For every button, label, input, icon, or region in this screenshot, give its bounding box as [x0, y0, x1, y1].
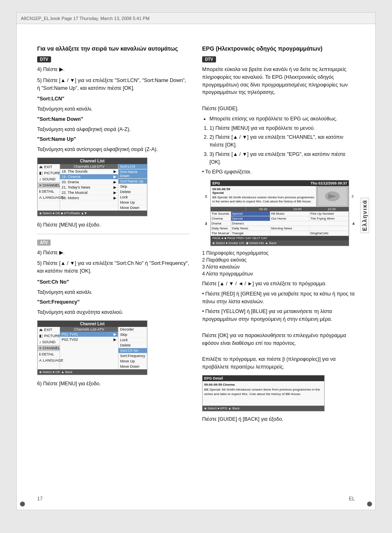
epg-label-4: 4 — [352, 222, 354, 226]
channel-list-dtv-header: Channel List — [38, 158, 147, 164]
channel-list-dtv: Channel List ⏏ EXIT ◧ PICTURE ♪ — [37, 158, 147, 216]
epg-ch-name-1: The Sounds — [211, 211, 231, 216]
picture-icon: ◧ — [39, 171, 43, 175]
bullet1: Μπορείτε επίσης να προβάλλετε το EPG ως … — [209, 115, 355, 123]
sound-icon: ♪ — [39, 177, 41, 181]
atv-opt-sort-chno: Sort:Ch No — [118, 348, 147, 353]
menu-channel: ≡ CHANNEL — [38, 182, 60, 189]
atv-menu-language: A LANGUAGE — [38, 358, 60, 364]
epg-heading: EPG (Ηλεκτρονικός οδηγός προγραμμάτων) — [202, 45, 355, 52]
detail-icon: ℹ — [39, 189, 40, 193]
epg-prog-2-2: Our Home — [270, 216, 310, 221]
epg-label-2: 2 — [352, 194, 354, 198]
atv-left-menu: ⏏ EXIT ◧ PICTURE ♪ SOUND ≡ — [38, 327, 60, 369]
sort-freq-desc: Ταξινόμηση κατά συχνότητα καναλιού. — [37, 309, 190, 316]
epg-appears: • Το EPG εμφανίζεται. — [202, 168, 355, 176]
epg-header-left: EPG — [212, 181, 220, 185]
num-label-4: 4 Λίστα προγραμμάτων — [202, 271, 355, 277]
atv-badge: ATV — [37, 240, 51, 246]
epg-image-svg — [318, 187, 347, 206]
ch-item-4: 21. Today's News▶ — [60, 185, 118, 190]
dtv-right-panel: Sort:LCN Sort:Name Down Sort:Name Up Ski… — [118, 164, 147, 211]
divider-1 — [37, 234, 190, 234]
ch-item-3: 20. Drama▶ — [60, 180, 118, 185]
page-number: 17 — [37, 496, 42, 502]
dtv-sub-header: Channels List-DTV — [60, 164, 118, 169]
atv-opt-decoder: Decoder — [118, 327, 147, 332]
epg-prog-5-3: DingDaCells — [310, 231, 349, 235]
language-icon: A — [39, 195, 42, 200]
sort-freq-title: "Sort:Frequency" — [37, 299, 80, 305]
sort-name-down-desc: Ταξινόμηση κατά αλφαβητική σειρά (A-Z). — [37, 126, 190, 133]
epg-nav-text: PAGE◄ ■ PAGE PREV DAY NEXT DAY — [212, 236, 267, 240]
dtv-badge-right: DTV — [202, 56, 216, 62]
channel-list-atv: Channel List ⏏ EXIT ◧ PICTURE ♪ — [37, 320, 147, 375]
epg-time-slot-1: 09:30 — [246, 207, 281, 211]
atv-ch-item-2: P02.TV02▶ — [60, 337, 118, 342]
opt-sort-name-down: Sort:Name Down — [118, 169, 147, 179]
atv-opt-skip: Skip — [118, 332, 147, 338]
left-heading: Για να αλλάξετε την σειρά των καναλιών α… — [37, 45, 190, 52]
atv-opt-move-down: Move Down — [118, 364, 147, 369]
epg-time-header: 09:30 10:00 10:30 — [211, 207, 349, 211]
epg-detail-bottom-text: ◈ Select ● EPG ▲ Back — [204, 406, 240, 410]
header-bar: A8CN1EP_EL.book Page 17 Thursday, March … — [17, 13, 375, 24]
header-text: A8CN1EP_EL.book Page 17 Thursday, March … — [21, 16, 149, 21]
dtv-left-menu: ⏏ EXIT ◧ PICTURE ♪ SOUND ≡ — [38, 164, 60, 211]
epg-special-info: 09:00-09:59 Special BB Special: Mr.Smith… — [211, 186, 316, 207]
epg-special-time: 09:00-09:59 — [212, 187, 314, 191]
opt-skip: Skip — [118, 184, 147, 189]
atv-language-icon: A — [39, 358, 42, 362]
atv-bottom-text: ◈ Select ● OK ▲ Back — [39, 370, 72, 374]
sort-name-up-title: "Sort:Name Up" — [37, 136, 76, 142]
epg-header-right: Thu 01/12/2005 09:37 — [310, 181, 347, 185]
menu-exit: ⏏ EXIT — [38, 164, 60, 170]
atv-menu-detail: ℹ DETAIL — [38, 351, 60, 358]
epg-row-3: Drama Drama's — [211, 221, 349, 226]
nav-desc: Πιέστε [▲ / ▼ / ◄ / ►] για να επιλέξετε … — [202, 280, 355, 288]
opt-sort-lcn: Sort:LCN — [118, 164, 147, 169]
epg-step3: 3) Πιέστε [▲ / ▼] για να επιλέξετε "EPG"… — [209, 151, 355, 166]
atv-bottom-bar: ◈ Select ● OK ▲ Back — [38, 369, 147, 375]
greek-sidebar-label: Ελληνικά — [360, 198, 369, 233]
epg-detail-header: EPG Detail — [203, 375, 324, 381]
ok-desc: Πιέστε [OK] για να παρακολουθήσετε το επ… — [202, 332, 355, 347]
dtv-step5: 5) Πιέστε [▲ / ▼] για να επιλέξετε "Sort… — [37, 77, 190, 92]
opt-sort-name-up: Sort:Name Up — [118, 179, 147, 184]
opt-move-down: Move Down — [118, 205, 147, 211]
atv-menu-channel: ≡ CHANNEL — [38, 345, 60, 351]
page-lang: EL — [349, 496, 355, 502]
epg-header: EPG Thu 01/12/2005 09:37 — [211, 180, 349, 186]
epg-intro: Μπορείτε εύκολα να βρείτε ένα κανάλι ή ν… — [202, 66, 355, 96]
sort-chno-title: "Sort:Ch No" — [37, 279, 69, 285]
epg-row-2: Cinema Special Our Home The Frying Wren — [211, 216, 349, 221]
page-footer: 17 EL — [17, 496, 375, 502]
epg-prog-4-3 — [310, 226, 349, 231]
opt-delete: Delete — [118, 189, 147, 195]
atv-step4: 4) Πιέστε ▶. — [37, 249, 190, 257]
epg-step2: 2) Πιέστε [▲ / ▼] για να επιλέξετε "CHAN… — [209, 133, 355, 149]
epg-detail-bottom: ◈ Select ● EPG ▲ Back — [203, 406, 324, 411]
dtv-step4: 4) Πιέστε ▶. — [37, 66, 190, 73]
epg-detail-desc: BB Special: Mr.Smith introduces unseen i… — [204, 387, 323, 396]
epg-ch-name-4: Daily News — [211, 226, 231, 231]
menu-picture: ◧ PICTURE — [38, 170, 60, 176]
num-label-1: 1 Πληροφορίες προγράμματος — [202, 250, 355, 256]
dtv-badge-1: DTV — [37, 56, 51, 62]
atv-opt-delete: Delete — [118, 343, 147, 348]
atv-menu-exit: ⏏ EXIT — [38, 327, 60, 333]
channel-icon: ≡ — [39, 183, 41, 187]
epg-row-1: The Sounds Special Hit Music Pick Up Num… — [211, 211, 349, 216]
dtv-bottom-bar: ◈ Select ● OK ■ DTV/Radio ▲▼ — [38, 211, 147, 216]
epg-detail-body: 09:00-09:59 Cinema BB Special: Mr.Smith … — [203, 381, 324, 406]
epg-special-img: 2 — [316, 186, 349, 207]
epg-channels-grid: 3 The Sounds Special Hit Music Pick Up N… — [211, 211, 349, 236]
ch-item-5: 22. The Musical▶ — [60, 190, 118, 195]
corner-mark-br — [367, 502, 372, 506]
epg-time-slot-2: 10:00 — [281, 207, 315, 211]
num-label-2: 2 Παράθυρο εικόνας — [202, 257, 355, 263]
menu-detail: ℹ DETAIL — [38, 189, 60, 195]
atv-opt-lock: Lock — [118, 338, 147, 343]
guide-back: Πιέστε [GUIDE] ή [BACK] για έξοδο. — [202, 415, 355, 423]
epg-detail-time: 09:00-09:59 Cinema — [204, 383, 323, 386]
